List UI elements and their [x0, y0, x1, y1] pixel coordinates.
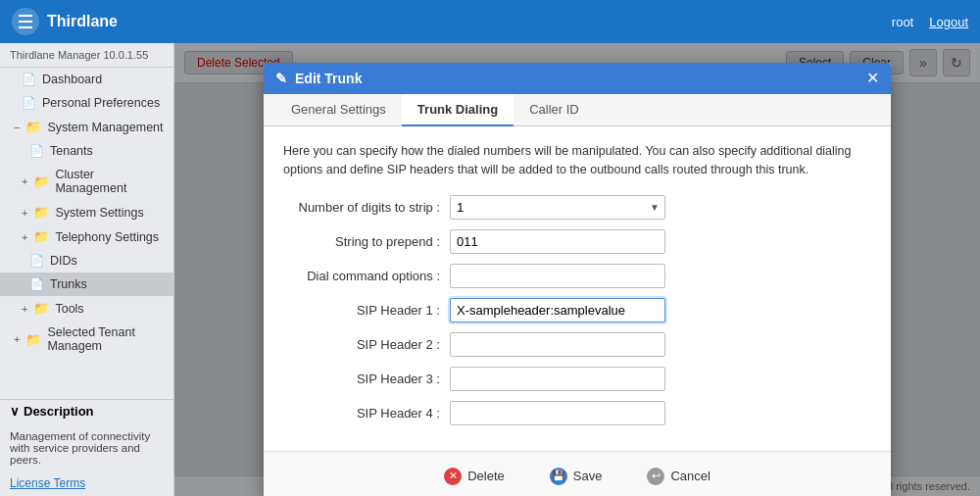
sidebar-label: Tools [55, 302, 83, 316]
sidebar-item-dids[interactable]: 📄 DIDs [0, 249, 173, 273]
modal-title: Edit Trunk [295, 71, 362, 86]
folder-icon: 📁 [25, 332, 41, 347]
cancel-button[interactable]: ↩ Cancel [639, 464, 717, 489]
doc-icon: 📄 [22, 73, 36, 86]
sip-header2-input[interactable] [450, 332, 665, 357]
digits-to-strip-label: Number of digits to strip : [283, 200, 450, 215]
sidebar-label: System Settings [55, 206, 143, 220]
digits-to-strip-select[interactable]: 0 1 2 3 4 5 [450, 195, 665, 220]
form-row-sip-header2: SIP Header 2 : [283, 332, 871, 357]
hamburger-menu[interactable] [12, 8, 39, 35]
tab-caller-id[interactable]: Caller ID [514, 94, 595, 126]
content-area: Delete Selected Select Clear » ↻ ✎ Edit … [174, 43, 980, 496]
license-terms-link[interactable]: License Terms [10, 476, 85, 490]
sidebar-label: Dashboard [42, 73, 102, 86]
expand-icon: + [22, 175, 27, 187]
dial-command-input[interactable] [450, 264, 665, 288]
sidebar-description-text: Management of connectivity with service … [0, 426, 173, 470]
modal-close-button[interactable]: ✕ [866, 71, 879, 86]
string-to-prepend-input[interactable] [450, 229, 665, 254]
sidebar: Thirdlane Manager 10.0.1.55 📄 Dashboard … [0, 43, 174, 496]
delete-icon: ✕ [444, 468, 462, 485]
collapse-icon: − [14, 122, 20, 133]
folder-icon: 📁 [33, 229, 49, 244]
digits-to-strip-select-wrap: 0 1 2 3 4 5 ▼ [450, 195, 665, 220]
folder-icon: 📁 [33, 205, 49, 220]
tab-general-settings[interactable]: General Settings [275, 94, 402, 126]
sip-header4-label: SIP Header 4 : [283, 406, 450, 421]
sip-header1-input[interactable] [450, 298, 665, 322]
doc-icon: 📄 [29, 277, 44, 291]
doc-icon: 📄 [29, 144, 44, 158]
sidebar-item-tools[interactable]: + 📁 Tools [0, 296, 173, 321]
sidebar-item-trunks[interactable]: 📄 Trunks [0, 273, 173, 296]
sidebar-item-personal-preferences[interactable]: 📄 Personal Preferences [0, 91, 173, 115]
modal-description: Here you can specify how the dialed numb… [283, 142, 871, 179]
logo: Thirdlane [12, 8, 118, 35]
sidebar-label: Cluster Management [55, 168, 164, 195]
sidebar-item-cluster-management[interactable]: + 📁 Cluster Management [0, 163, 173, 200]
modal-overlay: ✎ Edit Trunk ✕ General Settings Trunk Di… [174, 43, 980, 496]
edit-trunk-icon: ✎ [275, 71, 287, 86]
sidebar-version: Thirdlane Manager 10.0.1.55 [0, 43, 173, 68]
folder-icon: 📁 [25, 120, 41, 134]
sidebar-label: Selected Tenant Managem [47, 325, 164, 353]
modal-header: ✎ Edit Trunk ✕ [264, 63, 891, 94]
sidebar-description-toggle[interactable]: ∨ Description [0, 400, 173, 422]
form-row-sip-header1: SIP Header 1 : [283, 298, 871, 322]
app-title: Thirdlane [47, 13, 118, 30]
edit-trunk-modal: ✎ Edit Trunk ✕ General Settings Trunk Di… [264, 63, 891, 496]
doc-icon: 📄 [22, 96, 36, 110]
delete-button[interactable]: ✕ Delete [436, 464, 513, 489]
sidebar-item-tenants[interactable]: 📄 Tenants [0, 139, 173, 163]
topbar-right: root Logout [892, 15, 968, 29]
form-row-digits-to-strip: Number of digits to strip : 0 1 2 3 4 5 … [283, 195, 871, 220]
delete-label: Delete [467, 469, 505, 483]
sidebar-label: System Management [47, 121, 163, 134]
save-label: Save [573, 469, 603, 483]
form-row-string-to-prepend: String to prepend : [283, 229, 871, 254]
expand-icon: + [22, 303, 27, 315]
cancel-label: Cancel [670, 469, 710, 483]
save-icon: 💾 [550, 468, 567, 485]
sidebar-label: DIDs [50, 254, 77, 268]
sip-header1-label: SIP Header 1 : [283, 303, 450, 318]
form-row-sip-header4: SIP Header 4 : [283, 401, 871, 425]
modal-tabs: General Settings Trunk Dialing Caller ID [264, 94, 891, 126]
dial-command-label: Dial command options : [283, 269, 450, 283]
folder-icon: 📁 [33, 301, 49, 316]
sidebar-license: License Terms [0, 470, 173, 496]
expand-icon: + [22, 207, 27, 219]
expand-icon: + [14, 333, 20, 345]
logout-link[interactable]: Logout [929, 15, 968, 29]
sidebar-item-system-management[interactable]: − 📁 System Management [0, 115, 173, 139]
folder-icon: 📁 [33, 174, 49, 189]
cancel-icon: ↩ [647, 468, 664, 485]
main-layout: Thirdlane Manager 10.0.1.55 📄 Dashboard … [0, 43, 980, 496]
sip-header2-label: SIP Header 2 : [283, 337, 450, 352]
tab-trunk-dialing[interactable]: Trunk Dialing [402, 94, 514, 126]
sidebar-item-telephony-settings[interactable]: + 📁 Telephony Settings [0, 224, 173, 249]
modal-body: Here you can specify how the dialed numb… [264, 126, 891, 451]
doc-icon: 📄 [29, 254, 44, 268]
sidebar-item-selected-tenant[interactable]: + 📁 Selected Tenant Managem [0, 321, 173, 358]
save-button[interactable]: 💾 Save [542, 464, 611, 489]
sidebar-label: Personal Preferences [42, 96, 160, 110]
sidebar-item-system-settings[interactable]: + 📁 System Settings [0, 200, 173, 224]
description-title-label: Description [24, 404, 94, 419]
sidebar-label: Trunks [50, 277, 87, 291]
sidebar-item-dashboard[interactable]: 📄 Dashboard [0, 68, 173, 91]
sidebar-label: Telephony Settings [55, 230, 159, 244]
topbar: Thirdlane root Logout [0, 0, 980, 43]
sip-header3-label: SIP Header 3 : [283, 372, 450, 386]
modal-footer: ✕ Delete 💾 Save ↩ Cancel [264, 451, 891, 497]
form-row-dial-command: Dial command options : [283, 264, 871, 288]
form-row-sip-header3: SIP Header 3 : [283, 367, 871, 391]
sidebar-label: Tenants [50, 144, 93, 158]
chevron-down-icon: ∨ [10, 404, 20, 419]
sip-header3-input[interactable] [450, 367, 665, 391]
expand-icon: + [22, 231, 27, 243]
string-to-prepend-label: String to prepend : [283, 234, 450, 249]
current-user: root [892, 15, 913, 29]
sip-header4-input[interactable] [450, 401, 665, 425]
